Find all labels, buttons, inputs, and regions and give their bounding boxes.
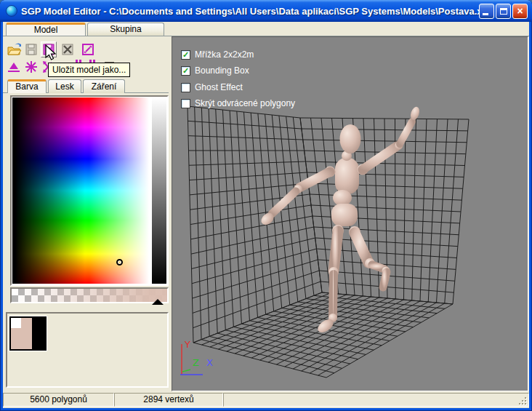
resize-grip[interactable] (519, 397, 528, 406)
main-tab-bar: Model Skupina (3, 22, 529, 36)
open-folder-icon (7, 42, 21, 57)
checkbox-grid[interactable]: ✓ (181, 50, 190, 60)
app-window: SGP Model Editor - C:\Documents and Sett… (0, 0, 532, 411)
checkbox-row-bounding-box[interactable]: ✓ Bounding Box (181, 65, 249, 76)
color-picker-field[interactable] (10, 95, 169, 286)
delete-model-button[interactable] (60, 41, 76, 57)
close-button[interactable]: × (512, 4, 528, 19)
tab-zareni[interactable]: Záření (83, 79, 125, 93)
maximize-button[interactable] (496, 4, 511, 19)
main-area: Uložit model jako... Barva Lesk Záření (3, 36, 529, 391)
resize-arrow-icon (81, 42, 95, 57)
checkbox-ghost-effect[interactable] (181, 83, 190, 92)
checkbox-row-hide-backfaces[interactable]: Skrýt odvrácené polygony (181, 98, 295, 108)
tab-barva[interactable]: Barva (7, 79, 47, 93)
swatch-highlight (11, 318, 21, 328)
3d-viewport[interactable]: Y Z X ✓ Mřížka 2x2x2m ✓ Bounding Box Gho… (172, 36, 528, 391)
window-title: SGP Model Editor - C:\Documents and Sett… (21, 6, 479, 17)
checkbox-grid-label: Mřížka 2x2x2m (195, 49, 254, 60)
grayscale-strip[interactable] (152, 97, 166, 284)
maximize-icon (500, 8, 507, 15)
alpha-marker-triangle[interactable] (152, 299, 164, 305)
checkbox-bounding-box-label: Bounding Box (195, 65, 249, 76)
tooltip: Uložit model jako... (48, 63, 130, 77)
color-selection-ring[interactable] (116, 259, 123, 266)
app-icon (6, 5, 17, 17)
alpha-strip[interactable] (10, 287, 169, 303)
status-bar: 5600 polygonů 2894 vertexů (3, 391, 529, 408)
checkbox-bounding-box[interactable]: ✓ (181, 66, 190, 76)
delete-x-icon (60, 42, 75, 57)
save-model-button[interactable] (23, 41, 39, 57)
title-bar[interactable]: SGP Model Editor - C:\Documents and Sett… (0, 0, 532, 22)
wireframe-grid (188, 106, 469, 378)
minimize-button[interactable] (479, 4, 494, 19)
checkbox-ghost-effect-label: Ghost Effect (195, 82, 243, 92)
status-polygons: 5600 polygonů (3, 393, 114, 407)
material-preview-panel (6, 312, 169, 388)
status-vertices: 2894 vertexů (114, 393, 223, 407)
tab-model[interactable]: Model (6, 23, 86, 36)
resize-model-button[interactable] (80, 41, 96, 57)
tab-skupina[interactable]: Skupina (87, 23, 164, 36)
color-swatch[interactable] (9, 316, 47, 351)
axis-x-label: X (206, 357, 213, 368)
snowflake-tool-button[interactable] (23, 59, 39, 75)
pyramid-icon (7, 60, 21, 74)
minimize-icon (483, 13, 488, 15)
open-model-button[interactable] (6, 41, 22, 57)
status-empty (223, 393, 529, 407)
save-disabled-icon (24, 42, 39, 57)
swatch-black-bar (32, 318, 45, 349)
snowflake-icon (24, 60, 39, 74)
axis-indicator: Y Z X (180, 339, 213, 375)
checkbox-hide-backfaces-label: Skrýt odvrácené polygony (195, 98, 295, 108)
hue-saturation-field[interactable] (12, 97, 152, 284)
axis-z-label: Z (193, 357, 199, 368)
checkbox-row-ghost-effect[interactable]: Ghost Effect (181, 82, 243, 92)
pyramid-tool-button[interactable] (6, 59, 22, 75)
color-tab-bar: Barva Lesk Záření (3, 79, 169, 93)
alpha-gradient (12, 289, 167, 302)
mouse-cursor (45, 44, 58, 62)
swatch-base (11, 318, 45, 349)
axis-y-label: Y (184, 339, 190, 350)
tab-lesk[interactable]: Lesk (48, 79, 81, 93)
checkbox-row-grid[interactable]: ✓ Mřížka 2x2x2m (181, 49, 254, 60)
checkbox-hide-backfaces[interactable] (181, 99, 190, 108)
